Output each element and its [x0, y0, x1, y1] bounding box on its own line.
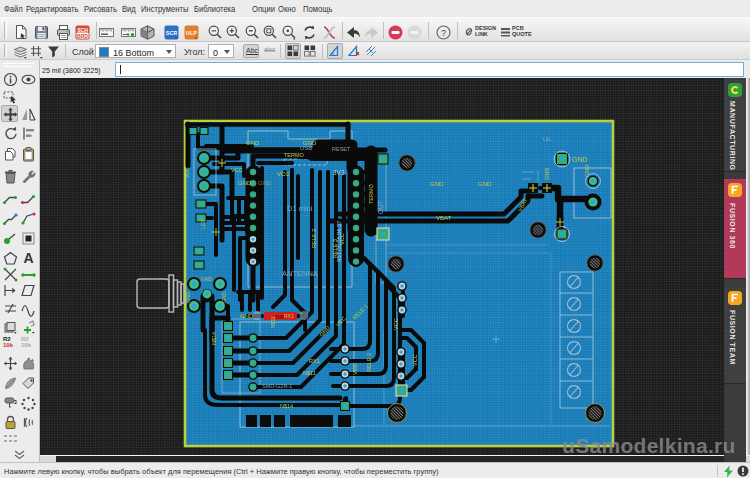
svg-text:LED: LED — [200, 219, 206, 229]
svg-text:VCC: VCC — [412, 354, 418, 366]
svg-text:GND: GND — [185, 292, 191, 304]
svg-text:BRD: BRD — [77, 33, 88, 39]
svg-text:N$11: N$11 — [303, 370, 316, 376]
svg-text:GND: GND — [240, 313, 254, 319]
svg-text:VCC: VCC — [393, 318, 399, 330]
svg-text:GND: GND — [221, 292, 227, 304]
svg-text:VBAT: VBAT — [436, 215, 452, 221]
svg-text:RX1: RX1 — [309, 358, 320, 364]
svg-text:VCC: VCC — [184, 167, 190, 178]
svg-text:OUT: OUT — [377, 200, 384, 214]
svg-text:GND: GND — [478, 181, 492, 187]
svg-text:SMD-G2R-1: SMD-G2R-1 — [262, 383, 292, 389]
svg-text:RELE 3: RELE 3 — [332, 239, 338, 258]
svg-text:GND: GND — [246, 140, 260, 146]
svg-text:N$14: N$14 — [211, 332, 217, 345]
svg-text:SCH: SCH — [77, 27, 88, 33]
svg-text:3V3: 3V3 — [333, 169, 345, 176]
svg-text:USB: USB — [300, 145, 312, 151]
svg-text:RELE 2: RELE 2 — [366, 353, 372, 372]
svg-text:N$14: N$14 — [280, 403, 293, 409]
svg-text:SCR: SCR — [166, 30, 177, 36]
svg-text:L$1: L$1 — [543, 136, 552, 142]
svg-text:ANTENNA: ANTENNA — [282, 269, 318, 278]
svg-text:VCC: VCC — [277, 171, 290, 177]
svg-text:VCC: VCC — [352, 363, 358, 375]
svg-text:GND: GND — [258, 180, 272, 186]
svg-text:RESET: RESET — [332, 146, 351, 152]
svg-text:VCC: VCC — [231, 167, 243, 173]
svg-text:TERMO: TERMO — [368, 183, 374, 204]
svg-text:RX1: RX1 — [284, 313, 294, 319]
svg-text:GND: GND — [238, 180, 252, 186]
svg-text:D1 mini: D1 mini — [287, 204, 313, 213]
svg-text:ULP: ULP — [186, 30, 197, 36]
svg-text:GND: GND — [572, 156, 588, 163]
svg-text:GND: GND — [430, 181, 444, 187]
svg-text:TERMO: TERMO — [284, 152, 305, 158]
svg-text:RELE 2: RELE 2 — [311, 229, 317, 248]
svg-text:N$11: N$11 — [270, 316, 276, 328]
svg-text:GND: GND — [544, 168, 550, 180]
svg-text:GND: GND — [201, 276, 213, 282]
svg-text:?: ? — [441, 28, 446, 38]
svg-text:GND: GND — [584, 165, 590, 177]
